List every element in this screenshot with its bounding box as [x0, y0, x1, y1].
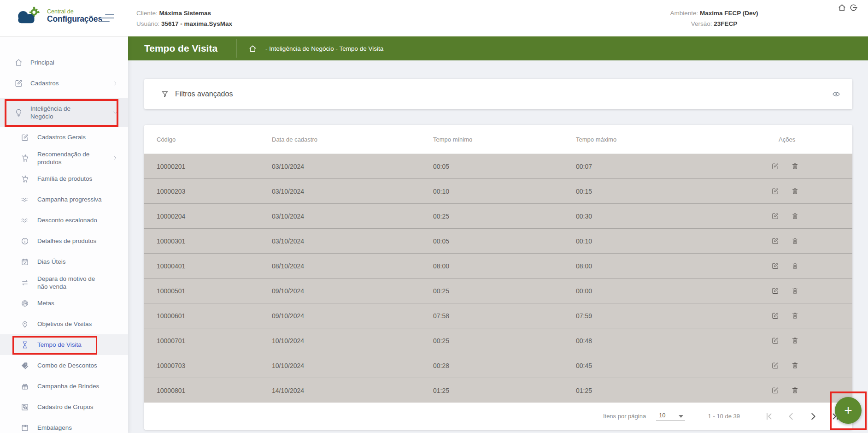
cell-tempo-maximo: 07:59 — [576, 312, 769, 320]
chevron-right-icon — [112, 81, 118, 86]
sidebar-item-detalhes-de-produtos[interactable]: Detalhes de produtos — [0, 231, 128, 251]
bulb-icon — [14, 108, 23, 117]
cell-data-cadastro: 03/10/2024 — [272, 188, 433, 195]
delete-icon[interactable] — [791, 262, 799, 270]
sidebar-item-label: Cadastros — [30, 79, 95, 87]
edit-icon[interactable] — [771, 362, 779, 369]
table-row: 1000030103/10/202400:0500:10 — [144, 228, 852, 253]
client-label: Cliente: — [136, 10, 158, 17]
client-info: Cliente: Máxima Sistemas Usuário: 35617 … — [136, 0, 232, 36]
table-body: 1000020103/10/202400:0500:071000020303/1… — [144, 154, 852, 403]
cell-codigo: 10000701 — [157, 337, 272, 344]
cell-tempo-maximo: 00:45 — [576, 362, 769, 369]
cell-codigo: 10000401 — [157, 262, 272, 270]
sidebar-item-campanha-de-brindes[interactable]: Campanha de Brindes — [0, 376, 128, 397]
trend-icon — [21, 196, 29, 204]
swap-icon — [21, 279, 29, 287]
sidebar: PrincipalCadastrosInteligência de Negóci… — [0, 36, 128, 433]
items-per-page-label: Itens por página — [603, 413, 646, 420]
delete-icon[interactable] — [791, 386, 799, 394]
calcheck-icon — [21, 258, 29, 266]
cell-tempo-maximo: 01:25 — [576, 387, 769, 394]
page-title: Tempo de Visita — [144, 43, 217, 54]
sidebar-item-label: Desconto escalonado — [37, 216, 106, 224]
eye-icon[interactable] — [831, 90, 841, 98]
previous-page-button[interactable] — [786, 411, 796, 421]
cell-data-cadastro: 03/10/2024 — [272, 213, 433, 220]
edit-icon[interactable] — [771, 337, 779, 344]
delete-icon[interactable] — [791, 237, 799, 245]
environment-info: Ambiente: Maxima FECP (Dev) Versão: 23FE… — [654, 0, 774, 36]
sidebar-item-depara-motivo-nao-venda[interactable]: Depara do motivo de não venda — [0, 272, 128, 293]
version-label: Versão: — [691, 20, 712, 27]
sidebar-item-inteligencia-de-negocio[interactable]: Inteligência de Negócio — [0, 98, 128, 127]
version-value: 23FECP — [714, 20, 737, 27]
tag-icon — [21, 362, 29, 370]
edit-icon[interactable] — [771, 262, 779, 270]
table-row: 1000050109/10/202400:2500:00 — [144, 278, 852, 303]
sidebar-item-label: Combo de Descontos — [37, 362, 106, 369]
sidebar-item-label: Metas — [37, 299, 106, 307]
cell-tempo-minimo: 08:00 — [433, 262, 576, 270]
menu-toggle-icon[interactable] — [100, 13, 114, 23]
delete-icon[interactable] — [791, 312, 799, 320]
delete-icon[interactable] — [791, 337, 799, 344]
table-row: 1000060109/10/202407:5807:59 — [144, 303, 852, 328]
sidebar-item-cadastros-gerais[interactable]: Cadastros Gerais — [0, 127, 128, 148]
delete-icon[interactable] — [791, 187, 799, 195]
titlebar-divider — [236, 39, 236, 58]
delete-icon[interactable] — [791, 362, 799, 369]
sidebar-item-principal[interactable]: Principal — [0, 52, 128, 73]
table-row: 1000020303/10/202400:1000:15 — [144, 178, 852, 203]
edit-icon[interactable] — [771, 386, 779, 394]
package-icon — [21, 424, 29, 432]
edit-icon[interactable] — [771, 287, 779, 295]
logout-icon[interactable] — [849, 3, 858, 12]
delete-icon[interactable] — [791, 162, 799, 170]
home-icon[interactable] — [838, 3, 846, 12]
edit-icon[interactable] — [771, 312, 779, 320]
column-header-acoes: Ações — [769, 136, 852, 143]
sidebar-item-label: Tempo de Visita — [37, 341, 106, 349]
sidebar-item-combo-de-descontos[interactable]: Combo de Descontos — [0, 355, 128, 376]
sidebar-item-campanha-progressiva[interactable]: Campanha progressiva — [0, 189, 128, 210]
sidebar-item-embalagens[interactable]: Embalagens — [0, 417, 128, 433]
edit-icon[interactable] — [771, 162, 779, 170]
sidebar-item-label: Inteligência de Negócio — [30, 105, 95, 120]
breadcrumb-home-icon[interactable] — [248, 44, 257, 53]
sidebar-item-objetivos-de-visitas[interactable]: Objetivos de Visitas — [0, 314, 128, 334]
sidebar-item-dias-uteis[interactable]: Dias Úteis — [0, 251, 128, 272]
app-logo[interactable]: Central de Configurações — [14, 6, 102, 27]
sidebar-item-cadastro-de-grupos[interactable]: Cadastro de Grupos — [0, 397, 128, 417]
table-row: 1000070310/10/202400:2800:45 — [144, 353, 852, 378]
cell-tempo-maximo: 00:30 — [576, 213, 769, 220]
next-page-button[interactable] — [808, 411, 818, 421]
edit-icon[interactable] — [771, 212, 779, 220]
sidebar-item-label: Detalhes de produtos — [37, 237, 106, 245]
chevron-right-icon — [112, 155, 118, 161]
items-per-page-select[interactable]: 10 — [656, 412, 685, 421]
sidebar-item-metas[interactable]: Metas — [0, 293, 128, 314]
env-label: Ambiente: — [670, 10, 698, 17]
delete-icon[interactable] — [791, 287, 799, 295]
trend-icon — [21, 216, 29, 225]
sidebar-item-familia-de-produtos[interactable]: Família de produtos — [0, 168, 128, 189]
delete-icon[interactable] — [791, 212, 799, 220]
sidebar-item-tempo-de-visita[interactable]: Tempo de Visita — [0, 334, 128, 355]
user-label: Usuário: — [136, 20, 159, 27]
cell-tempo-minimo: 00:10 — [433, 188, 576, 195]
cell-codigo: 10000601 — [157, 312, 272, 320]
sidebar-item-recomendacao-de-produtos[interactable]: Recomendação de produtos — [0, 148, 128, 168]
home-icon — [14, 58, 23, 67]
advanced-filters-panel[interactable]: Filtros avançados — [144, 79, 852, 109]
sidebar-item-label: Dias Úteis — [37, 258, 106, 266]
cell-tempo-minimo: 07:58 — [433, 312, 576, 320]
edit-icon[interactable] — [771, 187, 779, 195]
cloud-gear-logo-icon — [14, 6, 43, 27]
sidebar-item-label: Recomendação de produtos — [37, 150, 106, 166]
sidebar-item-desconto-escalonado[interactable]: Desconto escalonado — [0, 210, 128, 231]
first-page-button[interactable] — [764, 411, 774, 421]
add-button[interactable]: + — [835, 397, 862, 424]
sidebar-item-cadastros[interactable]: Cadastros — [0, 73, 128, 94]
edit-icon[interactable] — [771, 237, 779, 245]
